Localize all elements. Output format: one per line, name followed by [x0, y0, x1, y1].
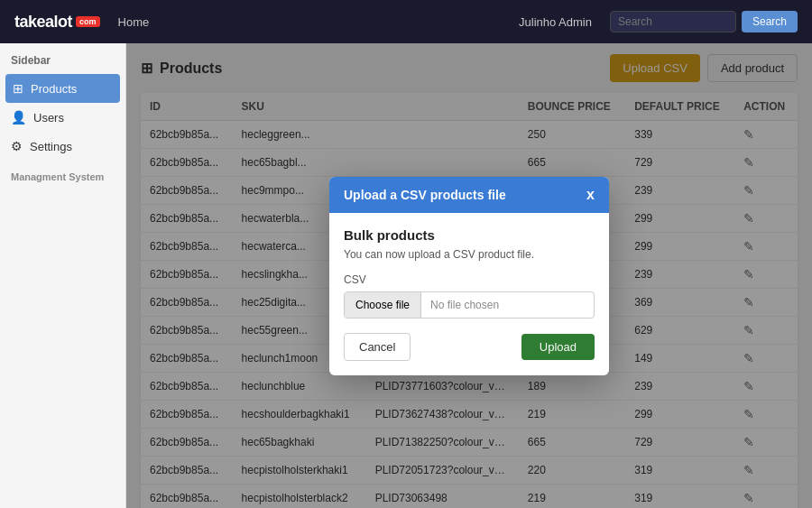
home-link[interactable]: Home — [118, 15, 150, 29]
sidebar-item-products-label: Products — [31, 82, 77, 96]
grid-icon: ⊞ — [13, 81, 23, 96]
sidebar-item-settings-label: Settings — [30, 140, 72, 153]
modal-body: Bulk products You can now upload a CSV p… — [329, 213, 609, 375]
main-layout: Sidebar ⊞ Products 👤 Users ⚙ Settings Ma… — [0, 43, 812, 508]
file-name-display: No file chosen — [421, 292, 594, 318]
sidebar-item-settings[interactable]: ⚙ Settings — [0, 132, 125, 161]
sidebar-section-title: Managment System — [0, 161, 125, 186]
modal-overlay: Upload a CSV products file x Bulk produc… — [126, 43, 812, 508]
logo-text: takealot — [14, 13, 72, 32]
logo-badge: com — [76, 16, 100, 27]
navbar: takealot com Home Julinho Admin Search — [0, 0, 812, 43]
logo: takealot com — [14, 13, 100, 32]
sidebar-item-products[interactable]: ⊞ Products — [5, 74, 120, 103]
content-area: ⊞ Products Upload CSV Add product ID SKU… — [126, 43, 812, 508]
csv-upload-modal: Upload a CSV products file x Bulk produc… — [329, 177, 609, 375]
csv-label: CSV — [344, 273, 595, 286]
upload-button[interactable]: Upload — [521, 334, 595, 360]
choose-file-button[interactable]: Choose file — [345, 292, 421, 318]
search-input[interactable] — [610, 11, 736, 32]
sidebar-title: Sidebar — [0, 54, 125, 74]
modal-section-title: Bulk products — [344, 227, 595, 243]
sidebar: Sidebar ⊞ Products 👤 Users ⚙ Settings Ma… — [0, 43, 126, 508]
users-icon: 👤 — [11, 110, 26, 125]
modal-header: Upload a CSV products file x — [329, 177, 609, 213]
modal-description: You can now upload a CSV product file. — [344, 248, 595, 261]
search-button[interactable]: Search — [742, 11, 798, 32]
modal-title: Upload a CSV products file — [344, 188, 506, 202]
settings-icon: ⚙ — [11, 139, 23, 153]
user-name: Julinho Admin — [519, 15, 592, 29]
sidebar-item-users-label: Users — [33, 111, 64, 125]
file-input-row: Choose file No file chosen — [344, 291, 595, 319]
cancel-button[interactable]: Cancel — [344, 333, 411, 361]
modal-footer: Cancel Upload — [344, 333, 595, 361]
search-bar: Search — [610, 11, 798, 32]
modal-close-button[interactable]: x — [586, 188, 595, 202]
sidebar-item-users[interactable]: 👤 Users — [0, 103, 125, 132]
